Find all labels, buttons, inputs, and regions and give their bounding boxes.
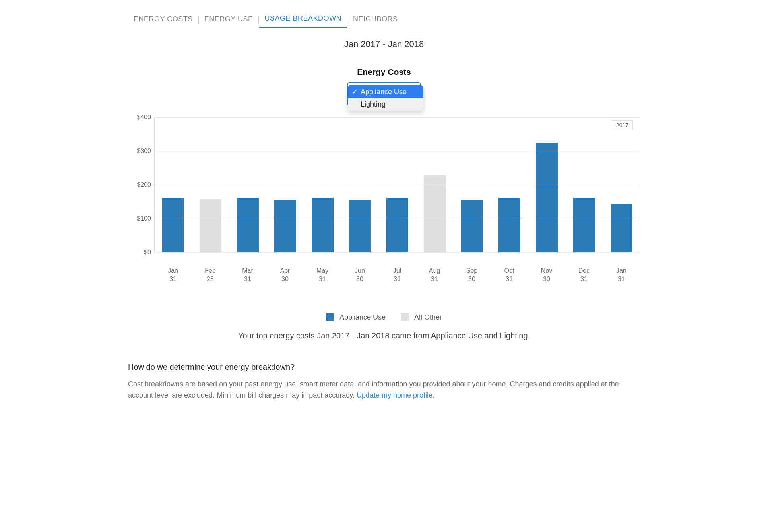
faq-question: How do we determine your energy breakdow… (128, 363, 640, 372)
category-selector[interactable]: ✓ Appliance Use Lighting (347, 82, 421, 110)
selector-option-label: Lighting (361, 100, 386, 109)
selector-option-lighting[interactable]: Lighting (348, 98, 423, 111)
y-tick-label: $400 (137, 114, 151, 121)
year-badge: 2017 (612, 120, 633, 130)
gridline (154, 252, 640, 253)
x-tick-label: Jan31 (609, 267, 633, 283)
legend-item-primary: Appliance Use (326, 313, 386, 322)
x-tick-label: Dec31 (572, 267, 596, 283)
bar-primary[interactable] (461, 200, 483, 252)
y-tick-label: $0 (144, 249, 151, 256)
x-axis-labels: Jan31Feb28Mar31Apr30May31Jun30Jul31Aug31… (154, 267, 640, 285)
x-tick-label: Nov30 (535, 267, 559, 283)
legend-label-primary: Appliance Use (339, 313, 386, 321)
plot-area: $0$100$200$300$4002017 (154, 117, 640, 264)
selector-option-appliance-use[interactable]: ✓ Appliance Use (348, 85, 423, 98)
bar-primary[interactable] (611, 204, 632, 252)
legend-label-other: All Other (414, 313, 442, 321)
gridline (154, 151, 640, 151)
selector-dropdown: ✓ Appliance Use Lighting (348, 85, 423, 111)
check-icon: ✓ (352, 87, 357, 96)
bar-primary[interactable] (498, 198, 520, 252)
x-tick-label: Jun30 (348, 267, 372, 283)
y-tick-label: $100 (137, 215, 151, 222)
bar-primary[interactable] (536, 143, 558, 252)
legend: Appliance Use All Other (128, 313, 640, 322)
bar-primary[interactable] (162, 198, 184, 252)
bar-primary[interactable] (349, 200, 371, 252)
tab-usage-breakdown[interactable]: USAGE BREAKDOWN (259, 12, 347, 28)
tabs: ENERGY COSTS ENERGY USE USAGE BREAKDOWN … (128, 12, 640, 28)
x-tick-label: May31 (310, 267, 334, 283)
bar-primary[interactable] (274, 200, 296, 252)
update-profile-link[interactable]: Update my home profile. (357, 391, 434, 399)
x-tick-label: Sep30 (460, 267, 484, 283)
x-tick-label: Feb28 (198, 267, 222, 283)
gridline (154, 185, 640, 185)
tab-energy-use[interactable]: ENERGY USE (199, 13, 259, 27)
gridline (154, 117, 640, 118)
x-tick-label: Apr30 (273, 267, 297, 283)
summary-text: Your top energy costs Jan 2017 - Jan 201… (128, 331, 640, 340)
tab-neighbors[interactable]: NEIGHBORS (347, 13, 403, 27)
bar-primary[interactable] (237, 198, 259, 252)
bar-primary[interactable] (386, 198, 408, 252)
x-tick-label: Jan31 (161, 267, 185, 283)
x-tick-label: Jul31 (385, 267, 409, 283)
x-tick-label: Oct31 (497, 267, 521, 283)
y-tick-label: $200 (137, 181, 151, 188)
legend-item-other: All Other (401, 313, 442, 322)
selector-option-label: Appliance Use (361, 88, 407, 96)
gridline (154, 219, 640, 219)
chart-title: Energy Costs (128, 67, 640, 77)
bar-primary[interactable] (573, 198, 595, 252)
faq-answer: Cost breakdowns are based on your past e… (128, 379, 640, 401)
bar-other[interactable] (424, 175, 446, 252)
x-tick-label: Mar31 (236, 267, 260, 283)
date-range-label: Jan 2017 - Jan 2018 (128, 39, 640, 49)
bar-primary[interactable] (312, 198, 334, 252)
legend-swatch-other (401, 313, 409, 321)
y-tick-label: $300 (137, 148, 151, 155)
tab-energy-costs[interactable]: ENERGY COSTS (128, 13, 198, 27)
bar-other[interactable] (200, 199, 221, 252)
legend-swatch-primary (326, 313, 334, 321)
x-tick-label: Aug31 (423, 267, 446, 283)
chart: $0$100$200$300$4002017 Jan31Feb28Mar31Ap… (130, 117, 640, 285)
